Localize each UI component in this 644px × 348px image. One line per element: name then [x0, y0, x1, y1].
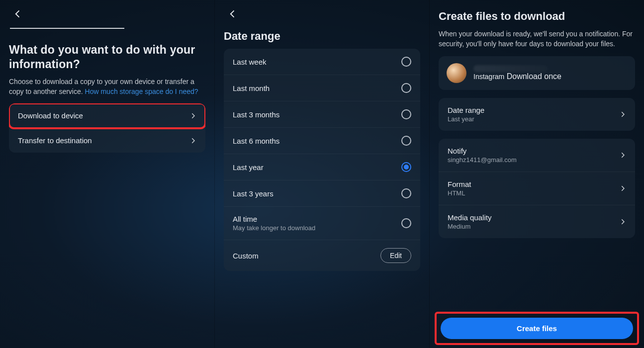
- option-transfer-to-destination[interactable]: Transfer to destination: [9, 128, 205, 153]
- radio-icon: [401, 83, 411, 93]
- setting-value: Last year: [448, 115, 484, 123]
- chevron-right-icon: [189, 112, 196, 119]
- setting-title: Format: [448, 180, 471, 188]
- chevron-right-icon: [619, 111, 626, 118]
- option-sublabel: May take longer to download: [233, 224, 315, 232]
- chevron-right-icon: [619, 152, 626, 159]
- option-label: Transfer to destination: [18, 136, 92, 145]
- setting-format[interactable]: Format HTML: [439, 172, 635, 205]
- option-label: Custom: [233, 252, 259, 260]
- option-download-to-device[interactable]: Download to device: [9, 103, 205, 128]
- account-service: Instagram: [473, 73, 504, 81]
- setting-value: Medium: [448, 223, 491, 230]
- settings-list: Notify singhz1411@gmail.com Format HTML …: [439, 139, 635, 238]
- option-label: Last 3 months: [233, 110, 279, 119]
- back-button[interactable]: [224, 6, 242, 24]
- option-label: Last 6 months: [233, 137, 279, 145]
- date-range-option[interactable]: Last month: [224, 75, 420, 101]
- setting-title: Notify: [448, 147, 517, 155]
- setting-notify[interactable]: Notify singhz1411@gmail.com: [439, 139, 635, 172]
- date-range-option[interactable]: Last 3 years: [224, 180, 420, 207]
- back-button[interactable]: [9, 6, 27, 24]
- page-title: Create files to download: [439, 10, 635, 23]
- radio-icon-selected: [401, 162, 411, 172]
- date-range-list: Last week Last month Last 3 months Last …: [224, 49, 420, 271]
- cta-highlight: Create files: [435, 312, 639, 345]
- option-list: Download to device Transfer to destinati…: [9, 103, 205, 153]
- option-label: Last month: [233, 84, 270, 92]
- option-label: Last 3 years: [233, 189, 274, 198]
- date-range-option[interactable]: Last 6 months: [224, 128, 420, 154]
- setting-title: Date range: [448, 106, 484, 114]
- storage-help-link[interactable]: How much storage space do I need?: [85, 87, 198, 95]
- setting-title: Media quality: [448, 213, 491, 222]
- chevron-right-icon: [189, 137, 196, 144]
- radio-icon: [401, 57, 411, 67]
- account-card: Instagram Download once: [439, 56, 635, 90]
- radio-icon: [401, 218, 411, 228]
- page-title: What do you want to do with your informa…: [9, 43, 205, 72]
- header-divider: [10, 28, 124, 29]
- date-range-option[interactable]: All time May take longer to download: [224, 207, 420, 240]
- option-label: Last year: [233, 163, 264, 172]
- chevron-right-icon: [619, 218, 626, 225]
- account-frequency: Download once: [507, 72, 561, 81]
- chevron-left-icon: [228, 9, 238, 21]
- date-range-option[interactable]: Last year: [224, 154, 420, 180]
- setting-value: HTML: [448, 189, 471, 197]
- page-subtitle: Choose to download a copy to your own de…: [9, 77, 205, 97]
- avatar: [447, 63, 466, 83]
- chevron-left-icon: [13, 9, 23, 21]
- create-files-button[interactable]: Create files: [441, 318, 633, 339]
- panel-create-files: Create files to download When your downl…: [429, 0, 644, 348]
- radio-icon: [401, 188, 411, 198]
- date-range-option[interactable]: Last week: [224, 49, 420, 75]
- radio-icon: [401, 136, 411, 146]
- chevron-right-icon: [619, 185, 626, 192]
- account-name-redacted: [473, 65, 548, 72]
- option-label: Download to device: [18, 111, 83, 120]
- setting-date-range[interactable]: Date range Last year: [439, 98, 635, 131]
- edit-custom-button[interactable]: Edit: [380, 248, 411, 263]
- option-label: All time: [233, 215, 315, 223]
- panel-what-to-do: What do you want to do with your informa…: [0, 0, 214, 348]
- panel-date-range: Date range Last week Last month Last 3 m…: [214, 0, 429, 348]
- setting-value: singhz1411@gmail.com: [448, 156, 517, 164]
- page-title: Date range: [224, 30, 420, 43]
- date-range-custom: Custom Edit: [224, 240, 420, 271]
- option-label: Last week: [233, 58, 267, 66]
- page-subtitle: When your download is ready, we'll send …: [439, 29, 635, 49]
- date-range-option[interactable]: Last 3 months: [224, 101, 420, 128]
- setting-media-quality[interactable]: Media quality Medium: [439, 205, 635, 238]
- account-row[interactable]: Instagram Download once: [439, 56, 635, 90]
- radio-icon: [401, 109, 411, 119]
